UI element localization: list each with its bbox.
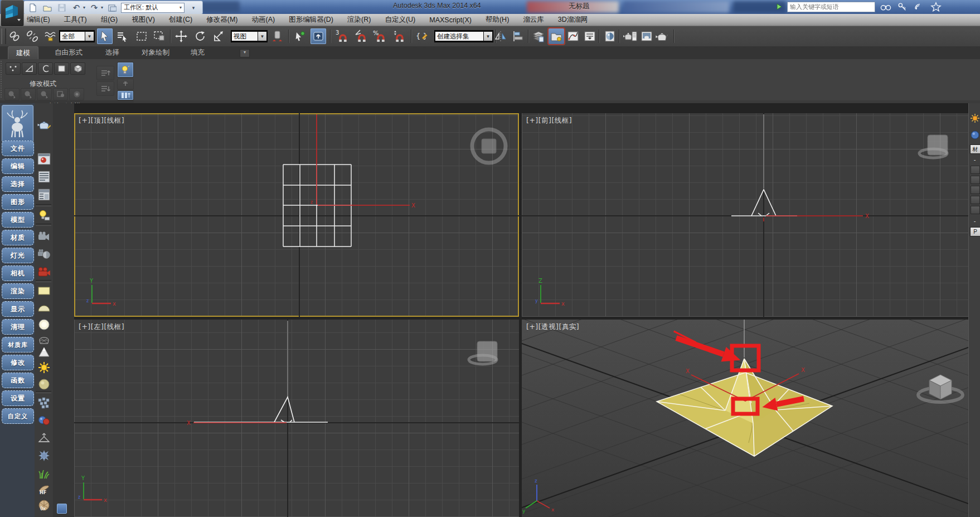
ribbon-tab-modeling[interactable]: 建模 (8, 46, 38, 60)
sphere-tan-icon[interactable] (37, 377, 51, 391)
viewport-top[interactable]: X z Y x z [+][顶][线框] (74, 113, 519, 317)
redo-icon[interactable]: ↷ (89, 3, 100, 13)
viewport-front[interactable]: X Z x y [+][前][线框] (522, 113, 968, 317)
preview-subobject-icon[interactable] (4, 88, 20, 100)
panel-collapse-icon[interactable]: - (970, 218, 979, 224)
p-strip-button[interactable]: P (970, 227, 980, 236)
menu-graph-editors[interactable]: 图形编辑器(D) (289, 15, 333, 25)
menu-group[interactable]: 组(G) (101, 15, 118, 25)
border-mode-icon[interactable] (38, 62, 53, 75)
light-lister-icon[interactable] (37, 208, 51, 222)
select-by-name-icon[interactable] (115, 28, 130, 44)
viewcube-top[interactable] (472, 129, 506, 163)
menu-tools[interactable]: 工具(T) (64, 15, 87, 25)
viewport-perspective-label[interactable]: [+][透视][真实] (526, 322, 579, 332)
render-settings-icon[interactable] (37, 170, 51, 183)
viewport-left-label[interactable]: [+][左][线框] (79, 322, 124, 332)
collapse-stack-down-icon[interactable] (96, 81, 114, 96)
ribbon-minimize-icon[interactable]: ▾ (240, 49, 250, 57)
select-and-rotate-icon[interactable] (192, 28, 208, 44)
spheres-redblue-icon[interactable] (37, 413, 51, 427)
rectangular-selection-region-icon[interactable] (134, 28, 149, 44)
sidebar-item-light[interactable]: 灯光 (2, 248, 34, 263)
ribbon-tab-populate[interactable]: 填充 (183, 46, 212, 59)
menu-views[interactable]: 视图(V) (132, 15, 155, 25)
named-selection-sets-combo[interactable]: 创建选择集 ▼ (434, 30, 493, 42)
menu-customize[interactable]: 自定义(U) (385, 15, 415, 25)
open-file-icon[interactable] (42, 3, 53, 13)
sun-icon[interactable] (37, 360, 51, 374)
camera-red-icon[interactable] (37, 265, 51, 279)
sun-icon[interactable] (970, 113, 979, 123)
schematic-view-icon[interactable] (582, 28, 598, 44)
sidebar-item-select[interactable]: 选择 (2, 176, 34, 192)
set-project-folder-icon[interactable] (106, 3, 118, 13)
mirror-icon[interactable] (493, 28, 508, 44)
preview-multi-icon[interactable] (21, 88, 36, 100)
element-mode-icon[interactable] (70, 62, 85, 75)
sidebar-item-edit[interactable]: 编辑 (2, 158, 34, 174)
sidebar-item-cleanup[interactable]: 清理 (2, 319, 34, 335)
grass-icon[interactable] (37, 466, 51, 480)
favorites-star-icon[interactable] (930, 2, 942, 12)
cubes-array-icon[interactable] (37, 395, 51, 409)
select-object-button[interactable] (97, 28, 113, 44)
preview-off-icon[interactable] (37, 88, 52, 100)
curve-editor-icon[interactable] (565, 28, 581, 44)
soft-selection-icon[interactable] (69, 88, 84, 100)
material-editor-icon[interactable] (602, 28, 618, 44)
gutter-scroll-button[interactable] (57, 504, 67, 514)
rendered-frame-window-icon[interactable] (639, 28, 654, 44)
search-binoculars-icon[interactable] (880, 2, 892, 12)
spinner-snap-toggle-icon[interactable] (391, 28, 406, 44)
viewcube-left[interactable] (469, 341, 497, 364)
undo-icon[interactable]: ↶ (71, 3, 82, 13)
sidebar-item-settings[interactable]: 设置 (2, 390, 34, 406)
application-menu-button[interactable] (1, 0, 24, 27)
snaps-toggle-3d-icon[interactable]: 3 (334, 28, 350, 44)
camera-sphere-icon[interactable] (37, 247, 51, 261)
mountain-cone-icon[interactable] (37, 345, 51, 359)
sidebar-item-function[interactable]: 函数 (2, 373, 34, 388)
sidebar-item-file[interactable]: 文件 (2, 141, 34, 156)
plugin-logo[interactable] (2, 105, 33, 142)
menu-maxscript[interactable]: MAXScript(X) (429, 16, 472, 24)
sphere-primitive-icon[interactable] (37, 317, 51, 331)
collapse-stack-up-icon[interactable] (96, 66, 114, 80)
edit-named-selection-sets-icon[interactable]: { } (414, 28, 430, 44)
unlink-selection-icon[interactable] (25, 28, 40, 44)
search-start-icon[interactable] (776, 3, 783, 11)
camera-up-icon[interactable] (37, 431, 51, 444)
toggle-end-result-lightbulb-icon[interactable] (117, 62, 134, 78)
sidebar-item-model[interactable]: 模型 (2, 212, 34, 228)
angle-snap-toggle-icon[interactable] (353, 28, 368, 44)
undo-dropdown-icon[interactable]: ▾ (83, 5, 85, 10)
menu-create[interactable]: 创建(C) (169, 15, 192, 25)
keyboard-shortcut-override-toggle[interactable] (311, 28, 326, 44)
select-and-move-icon[interactable] (173, 28, 189, 44)
save-icon[interactable] (56, 3, 67, 13)
communication-center-icon[interactable] (913, 2, 925, 12)
teapot-render-icon[interactable] (37, 117, 51, 131)
viewcube-front[interactable] (919, 135, 948, 158)
render-production-icon[interactable] (654, 28, 670, 44)
sphere-blue-icon[interactable] (970, 130, 979, 140)
search-input[interactable] (787, 2, 875, 12)
edge-mode-icon[interactable] (22, 62, 37, 75)
layer-manager-icon[interactable] (531, 28, 546, 44)
render-setup-icon[interactable] (622, 28, 638, 44)
select-and-manipulate-icon[interactable] (292, 28, 307, 44)
viewport-top-label[interactable]: [+][顶][线框] (79, 116, 124, 125)
window-crossing-icon[interactable] (152, 28, 167, 44)
panel-collapse-icon[interactable]: - (970, 157, 979, 162)
workspace-selector[interactable]: 工作区: 默认 ▾ (121, 3, 185, 13)
sidebar-item-display[interactable]: 显示 (2, 301, 34, 317)
pin-stack-icon[interactable] (117, 79, 134, 90)
hf-hand-icon[interactable]: HF (37, 482, 51, 496)
strip-button[interactable] (971, 176, 980, 184)
sidebar-item-render[interactable]: 渲染 (2, 283, 34, 299)
sidebar-item-camera[interactable]: 相机 (2, 265, 34, 281)
render-preview-icon[interactable] (37, 152, 51, 166)
select-and-link-icon[interactable] (7, 28, 22, 44)
ox-ball-icon[interactable]: 0x (37, 498, 51, 512)
